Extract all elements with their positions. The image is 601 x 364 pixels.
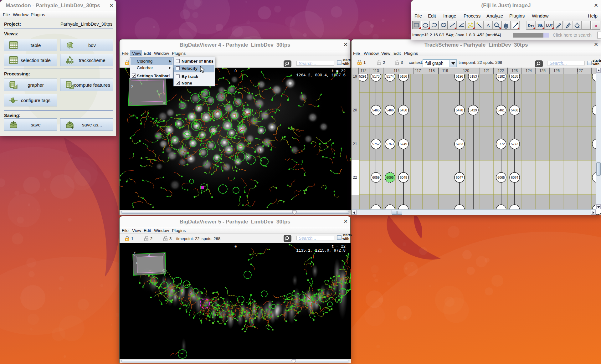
svg-text:5188: 5188 <box>511 74 518 78</box>
svg-text:5429: 5429 <box>470 108 477 112</box>
svg-text:127: 127 <box>577 69 583 73</box>
svg-text:1264.2, 800.4, 1087.6: 1264.2, 800.4, 1087.6 <box>296 73 346 78</box>
svg-text:5763: 5763 <box>386 142 394 146</box>
svg-text:114: 114 <box>393 69 399 73</box>
svg-text:6074: 6074 <box>511 176 518 179</box>
svg-text:z: z <box>136 261 137 264</box>
svg-text:119: 119 <box>442 69 448 73</box>
svg-text:Stk: Stk <box>537 23 543 27</box>
svg-text:0: 0 <box>234 69 237 74</box>
svg-text:6065: 6065 <box>497 176 505 179</box>
svg-text:19: 19 <box>353 74 357 79</box>
svg-text:1135.1, 1215.0, 972.8: 1135.1, 1215.0, 972.8 <box>296 249 346 253</box>
svg-text:5468: 5468 <box>511 108 518 112</box>
svg-text:20: 20 <box>353 108 357 112</box>
svg-text:6047: 6047 <box>456 176 463 179</box>
svg-text:126: 126 <box>553 69 560 73</box>
svg-text:LUT: LUT <box>546 23 553 27</box>
svg-text:118: 118 <box>429 69 434 73</box>
svg-text:0: 0 <box>234 245 237 249</box>
svg-text:22: 22 <box>353 175 357 180</box>
svg-text:5466: 5466 <box>386 108 394 112</box>
svg-text:5196: 5196 <box>456 74 463 78</box>
svg-text:6059: 6059 <box>372 176 380 179</box>
svg-text:124: 124 <box>526 69 532 73</box>
svg-text:21: 21 <box>353 142 357 146</box>
svg-text:117: 117 <box>415 69 421 73</box>
svg-text:y: y <box>134 251 136 254</box>
svg-text:113: 113 <box>373 69 379 73</box>
svg-text:5465: 5465 <box>372 108 380 112</box>
svg-text:5291: 5291 <box>359 74 367 78</box>
svg-text:125: 125 <box>539 69 546 73</box>
svg-text:A: A <box>486 23 491 28</box>
svg-text:5182: 5182 <box>497 74 505 78</box>
svg-text:t = 22: t = 22 <box>331 69 346 74</box>
svg-text:120: 120 <box>463 69 469 73</box>
svg-text:5773: 5773 <box>511 142 518 146</box>
svg-text:5173: 5173 <box>372 74 380 78</box>
svg-text:5153: 5153 <box>470 74 477 78</box>
svg-text:122: 122 <box>498 69 504 73</box>
svg-text:5186: 5186 <box>400 74 407 78</box>
svg-text:y: y <box>131 84 133 88</box>
svg-text:5450: 5450 <box>400 108 407 112</box>
svg-text:112: 112 <box>360 69 366 73</box>
svg-text:»: » <box>594 23 597 28</box>
svg-text:5749: 5749 <box>400 142 407 146</box>
svg-text:5461: 5461 <box>497 108 505 112</box>
svg-text:5174: 5174 <box>386 74 394 78</box>
svg-text:5752: 5752 <box>372 142 380 146</box>
svg-text:123: 123 <box>511 69 518 73</box>
svg-text:x: x <box>148 253 150 256</box>
svg-text:6095: 6095 <box>386 176 394 179</box>
svg-text:5772: 5772 <box>497 142 505 146</box>
svg-text:6049: 6049 <box>400 176 407 179</box>
svg-text:121: 121 <box>484 69 490 73</box>
svg-text:5478: 5478 <box>456 108 463 112</box>
svg-text:t = 22: t = 22 <box>331 244 346 249</box>
svg-text:Dev: Dev <box>528 23 534 27</box>
svg-text:5783: 5783 <box>456 142 463 146</box>
